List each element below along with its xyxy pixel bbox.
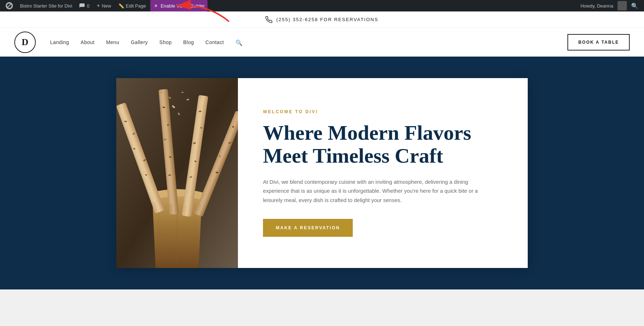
hero-title-line2: Meet Timeless Craft — [263, 144, 443, 167]
site-logo[interactable]: D — [14, 32, 36, 53]
admin-bar-right: Howdy, Deanna 🔍 — [577, 1, 641, 10]
phone-number: (255) 352-6258 FOR RESERVATIONS — [276, 17, 378, 22]
site-name-item[interactable]: Bistro Starter Site for Divi — [17, 0, 75, 11]
hero-card: WELCOME TO DIVI Where Modern Flavors Mee… — [116, 78, 528, 268]
howdy-label[interactable]: Howdy, Deanna — [577, 3, 616, 9]
enable-visual-builder-item[interactable]: D Enable Visual Builder — [150, 0, 208, 11]
make-reservation-button[interactable]: MAKE A RESERVATION — [263, 219, 353, 237]
admin-bar: Bistro Starter Site for Divi 0 + New ✏️ … — [0, 0, 644, 11]
phone-icon — [265, 16, 273, 23]
admin-search-icon[interactable]: 🔍 — [628, 3, 641, 9]
food-illustration — [116, 78, 238, 268]
new-item[interactable]: + New — [94, 0, 114, 11]
divi-icon: D — [153, 3, 159, 9]
phone-bar: (255) 352-6258 FOR RESERVATIONS — [0, 11, 644, 28]
enable-visual-builder-label: Enable Visual Builder — [161, 3, 205, 9]
welcome-text: WELCOME TO DIVI — [263, 109, 506, 114]
hero-title: Where Modern Flavors Meet Timeless Craft — [263, 121, 506, 167]
nav-link-contact[interactable]: Contact — [205, 39, 224, 45]
hero-section: WELCOME TO DIVI Where Modern Flavors Mee… — [0, 57, 644, 289]
hero-title-line1: Where Modern Flavors — [263, 121, 471, 144]
nav-links: Landing About Menu Gallery Shop Blog Con… — [50, 39, 567, 45]
new-label: New — [102, 3, 111, 9]
user-avatar[interactable] — [618, 1, 627, 10]
nav-link-gallery[interactable]: Gallery — [131, 39, 148, 45]
comments-item[interactable]: 0 — [77, 0, 92, 11]
nav-search-icon[interactable]: 🔍 — [235, 39, 241, 45]
comments-count: 0 — [87, 3, 89, 9]
edit-icon: ✏️ — [118, 3, 124, 9]
main-nav: D Landing About Menu Gallery Shop Blog C… — [0, 28, 644, 57]
edit-page-item[interactable]: ✏️ Edit Page — [116, 0, 149, 11]
nav-link-blog[interactable]: Blog — [183, 39, 194, 45]
hero-content: WELCOME TO DIVI Where Modern Flavors Mee… — [238, 78, 528, 268]
site-name-label: Bistro Starter Site for Divi — [20, 3, 72, 9]
hero-image — [116, 78, 238, 268]
new-icon: + — [97, 3, 100, 9]
hero-description: At Divi, we blend contemporary cuisine w… — [263, 177, 496, 205]
nav-link-about[interactable]: About — [80, 39, 94, 45]
comments-icon — [79, 3, 85, 9]
wp-logo-item[interactable] — [3, 0, 16, 11]
nav-link-menu[interactable]: Menu — [106, 39, 119, 45]
nav-link-landing[interactable]: Landing — [50, 39, 69, 45]
food-photo — [116, 78, 238, 268]
nav-link-shop[interactable]: Shop — [159, 39, 172, 45]
logo-letter: D — [22, 37, 29, 48]
edit-page-label: Edit Page — [126, 3, 146, 9]
book-table-button[interactable]: BOOK A TABLE — [567, 34, 630, 51]
